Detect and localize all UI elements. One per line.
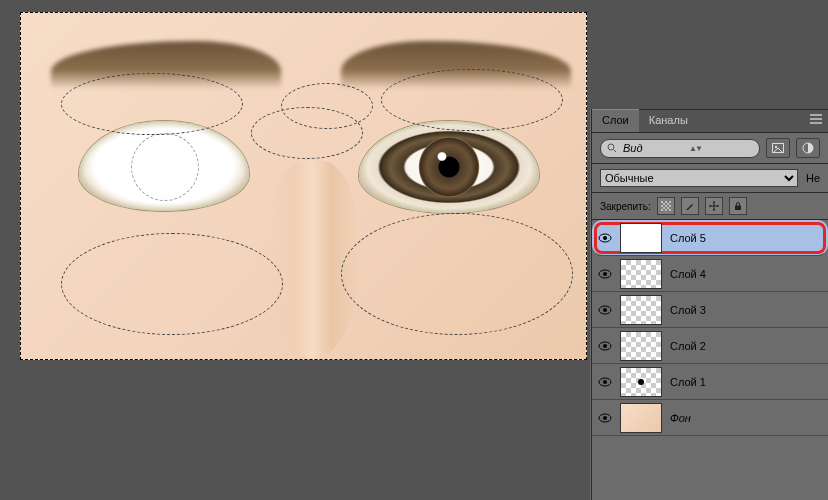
eye-right (359, 121, 539, 213)
marching-ants (61, 73, 243, 135)
svg-point-2 (775, 146, 777, 148)
svg-point-15 (603, 344, 607, 348)
marching-ants (61, 233, 283, 335)
layer-name[interactable]: Слой 1 (670, 376, 706, 388)
svg-point-19 (603, 416, 607, 420)
lock-label: Закрепить: (600, 201, 651, 212)
layer-row[interactable]: Фон (592, 400, 828, 436)
layer-row[interactable]: Слой 4 (592, 256, 828, 292)
lock-row: Закрепить: (592, 193, 828, 220)
lock-position-icon[interactable] (705, 197, 723, 215)
filter-adjust-icon[interactable] (796, 138, 820, 158)
filter-image-icon[interactable] (766, 138, 790, 158)
layer-thumbnail[interactable] (620, 331, 662, 361)
visibility-eye-icon[interactable] (598, 413, 612, 423)
layer-row[interactable]: Слой 3 (592, 292, 828, 328)
layers-panel: Слои Каналы ▲▼ Обычны (591, 109, 828, 500)
svg-point-9 (603, 236, 607, 240)
layer-row[interactable]: Слой 1 (592, 364, 828, 400)
lock-transparency-icon[interactable] (657, 197, 675, 215)
canvas[interactable] (20, 12, 587, 360)
layer-thumbnail[interactable] (620, 403, 662, 433)
blend-row: Обычные Не (592, 164, 828, 193)
svg-rect-7 (735, 206, 741, 211)
svg-point-17 (603, 380, 607, 384)
marching-ants (341, 213, 573, 335)
visibility-eye-icon[interactable] (598, 305, 612, 315)
visibility-eye-icon[interactable] (598, 377, 612, 387)
visibility-eye-icon[interactable] (598, 269, 612, 279)
panel-menu-icon[interactable] (804, 110, 828, 132)
layer-thumbnail[interactable] (620, 259, 662, 289)
layers-list: Слой 5Слой 4Слой 3Слой 2Слой 1Фон (592, 220, 828, 500)
layer-name[interactable]: Слой 3 (670, 304, 706, 316)
panel-tabs: Слои Каналы (592, 109, 828, 133)
visibility-eye-icon[interactable] (598, 233, 612, 243)
svg-rect-4 (661, 201, 671, 211)
layer-filter-input[interactable] (621, 141, 685, 155)
blend-mode-select[interactable]: Обычные (600, 169, 798, 187)
tab-layers[interactable]: Слои (592, 109, 639, 132)
layer-thumbnail[interactable] (620, 367, 662, 397)
tab-channels[interactable]: Каналы (639, 110, 698, 132)
layer-name[interactable]: Слой 2 (670, 340, 706, 352)
layer-thumbnail[interactable] (620, 295, 662, 325)
layer-row[interactable]: Слой 2 (592, 328, 828, 364)
marching-ants (381, 69, 563, 131)
search-icon (607, 143, 617, 153)
svg-point-0 (608, 144, 614, 150)
layer-filter-kind[interactable]: ▲▼ (600, 139, 760, 158)
visibility-eye-icon[interactable] (598, 341, 612, 351)
svg-point-13 (603, 308, 607, 312)
layer-name[interactable]: Слой 5 (670, 232, 706, 244)
lock-pixels-icon[interactable] (681, 197, 699, 215)
lock-all-icon[interactable] (729, 197, 747, 215)
opacity-label-fragment: Не (806, 172, 820, 184)
layer-name[interactable]: Слой 4 (670, 268, 706, 280)
layer-thumbnail[interactable] (620, 223, 662, 253)
layer-filter-row: ▲▼ (592, 133, 828, 164)
chevron-updown-icon: ▲▼ (689, 144, 701, 153)
layer-row[interactable]: Слой 5 (592, 220, 828, 256)
layer-name[interactable]: Фон (670, 412, 691, 424)
svg-point-11 (603, 272, 607, 276)
marching-ants (251, 107, 363, 159)
